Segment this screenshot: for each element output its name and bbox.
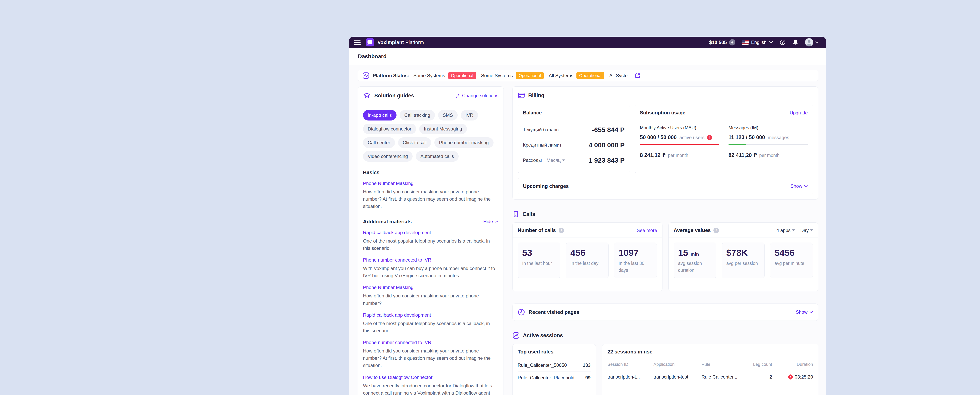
average-values-title: Average values [674, 227, 711, 233]
active-sessions-title: Active sessions [523, 333, 563, 339]
material-item: Phone Number Masking How often did you c… [363, 285, 498, 307]
recent-visited-pages-card: Recent visited pages Show [512, 303, 818, 321]
add-funds-button[interactable] [729, 39, 735, 46]
solution-guides-title: Solution guides [374, 93, 414, 99]
clock-icon [518, 308, 525, 316]
session-id-cell: transcription-t... [608, 374, 654, 380]
mau-price: 8 241,12 ₽ [640, 152, 666, 158]
info-icon[interactable]: i [558, 228, 564, 233]
language-selector[interactable]: English [742, 40, 773, 45]
material-desc: One of the most popular telephony scenar… [363, 237, 498, 252]
balance-title: Balance [523, 110, 542, 116]
period-dropdown[interactable]: Месяц [546, 157, 565, 163]
messages-price-unit: per month [759, 153, 780, 158]
notifications-bell-icon[interactable] [792, 39, 798, 46]
chevron-down-icon [769, 41, 773, 44]
help-icon[interactable] [780, 39, 786, 46]
caret-down-icon [792, 230, 795, 231]
material-link[interactable]: Phone Number Masking [363, 181, 414, 186]
messages-usage-value: 11 123 / 50 000 [729, 135, 765, 141]
basics-heading: Basics [363, 170, 498, 176]
chip-phone-number-masking[interactable]: Phone number masking [434, 137, 493, 148]
apps-dropdown[interactable]: 4 apps [776, 228, 795, 233]
balance-row-label: Кредитный лимит [523, 142, 562, 148]
chip-ivr[interactable]: IVR [461, 110, 478, 121]
material-link[interactable]: Phone number connected to IVR [363, 340, 431, 345]
us-flag-icon [742, 40, 749, 45]
status-badge: Operational [516, 72, 544, 79]
sessions-trend-icon [512, 332, 520, 339]
info-icon[interactable]: i [713, 228, 719, 233]
upgrade-link[interactable]: Upgrade [790, 110, 808, 116]
warning-icon: ! [788, 374, 793, 379]
status-system-name: All Systems [549, 73, 573, 78]
rule-row[interactable]: Rule_Callcenter_50050 133 [518, 359, 590, 371]
upcoming-show-link[interactable]: Show [791, 183, 808, 189]
chip-automated-calls[interactable]: Automated calls [416, 151, 459, 162]
chip-instant-messaging[interactable]: Instant Messaging [419, 124, 467, 134]
balance-card: Balance Текущий баланс -655 844 Р Кредит… [518, 105, 630, 173]
change-solutions-link[interactable]: Change solutions [455, 93, 498, 98]
mau-label: Monthly Active Users (MAU) [640, 125, 719, 130]
material-item: Rapid callback app development One of th… [363, 313, 498, 334]
stat-tile: $78K avg per session [722, 243, 765, 278]
stat-tile: 15 min avg session duration [674, 243, 716, 278]
stat-value: 1097 [619, 247, 652, 258]
rule-name: Rule_Callcenter_Placehold [518, 375, 574, 381]
recent-visited-pages-title: Recent visited pages [528, 309, 579, 315]
caret-down-icon [562, 160, 565, 161]
calls-section: Calls Number of calls i See more [512, 211, 818, 291]
user-menu[interactable] [805, 38, 818, 46]
balance-row: Кредитный лимит 4 000 000 Р [523, 137, 625, 152]
material-link[interactable]: Phone number connected to IVR [363, 257, 431, 263]
voximplant-logo-icon[interactable] [366, 38, 374, 46]
material-link[interactable]: How to use Dialogflow Connector [363, 374, 433, 380]
material-item: Phone Number Masking How often did you c… [363, 181, 498, 210]
chevron-down-icon [815, 41, 818, 43]
chip-video-conferencing[interactable]: Video conferencing [363, 151, 412, 162]
chip-dialogflow-connector[interactable]: Dialogflow connector [363, 124, 416, 134]
chip-click-to-call[interactable]: Click to call [398, 137, 431, 148]
chip-call-tracking[interactable]: Call tracking [399, 110, 435, 121]
material-link[interactable]: Phone Number Masking [363, 285, 414, 290]
mau-usage-value: 50 000 / 50 000 [640, 135, 677, 141]
stat-label: In the last 30 days [619, 260, 652, 273]
material-link[interactable]: Rapid callback app development [363, 313, 431, 318]
sessions-table-header: Session ID Application Rule Leg count Du… [608, 359, 813, 370]
recent-show-link[interactable]: Show [796, 309, 813, 315]
chip-call-center[interactable]: Call center [363, 137, 395, 148]
rule-count: 133 [583, 362, 590, 368]
column-header: Session ID [608, 362, 654, 367]
leg-count-cell: 2 [749, 374, 772, 380]
balance-row-label: Текущий баланс [523, 127, 558, 132]
phone-icon [512, 211, 519, 218]
account-balance[interactable]: $10 505 [709, 40, 727, 45]
hide-link[interactable]: Hide [483, 219, 498, 224]
chip-in-app-calls[interactable]: In-app calls [363, 110, 396, 121]
brand-title: Voximplant Platform [377, 40, 424, 45]
billing-title: Billing [528, 92, 544, 98]
top-used-rules-card: Top used rules Rule_Callcenter_50050 133… [512, 344, 596, 395]
stat-value: 456 [570, 247, 604, 258]
external-link-icon[interactable] [635, 73, 641, 79]
material-item: How to use Dialogflow Connector We have … [363, 374, 498, 395]
upcoming-charges-card: Upcoming charges Show [518, 178, 813, 194]
chevron-down-icon [804, 185, 808, 187]
messages-usage-block: Messages (IM) 11 123 / 50 000 messages [729, 125, 808, 158]
top-bar: Voximplant Platform $10 505 English [349, 36, 826, 48]
messages-progress-bar [729, 144, 808, 145]
see-more-link[interactable]: See more [636, 228, 657, 233]
menu-icon[interactable] [354, 40, 361, 45]
rule-row[interactable]: Rule_Callcenter_Placehold 99 [518, 371, 590, 384]
session-table-row[interactable]: transcription-t... transcription-test Ru… [608, 370, 813, 384]
status-system-name-truncated: All Syste... [609, 73, 632, 78]
status-system-name: Some Systems [414, 73, 445, 78]
solution-chips: In-app calls Call tracking SMS IVR Dialo… [363, 110, 498, 162]
stat-label: avg per minute [775, 260, 808, 267]
pulse-icon [362, 72, 370, 79]
avatar [805, 38, 813, 46]
chip-sms[interactable]: SMS [438, 110, 458, 121]
sessions-in-use-card: 22 sessions in use Session ID Applicatio… [602, 344, 818, 395]
material-link[interactable]: Rapid callback app development [363, 230, 431, 235]
day-dropdown[interactable]: Day [800, 228, 813, 233]
